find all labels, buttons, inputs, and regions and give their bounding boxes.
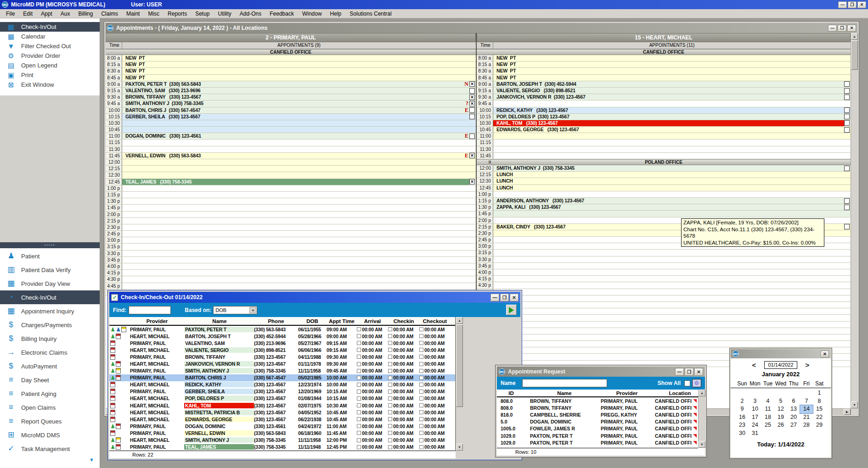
time-checkbox[interactable] <box>419 334 423 338</box>
time-checkbox[interactable] <box>419 327 423 331</box>
time-checkbox[interactable] <box>357 396 361 401</box>
schedule-slot[interactable]: 6:15 p <box>477 328 851 334</box>
checkin-table-row[interactable]: ♟HEART, MICHAELSMITH, ANTHONY J(330) 758… <box>109 437 455 444</box>
close-button[interactable]: ✕ <box>857 1 866 8</box>
schedule-slot[interactable]: 4:15 p <box>477 276 851 282</box>
confirm-checkbox[interactable]: ✕ <box>469 179 475 184</box>
scroll-up-icon[interactable]: ▲ <box>851 33 858 40</box>
confirm-checkbox[interactable] <box>844 81 850 87</box>
sidebar-item-exit-window[interactable]: ⊠Exit Window <box>0 80 100 89</box>
schedule-slot[interactable]: 12:45 pLUNCH <box>477 185 851 191</box>
schedule-slot[interactable]: 10:45 aEDWARDS, GEORGE (330) 123-4567 <box>477 127 851 133</box>
schedule-slot[interactable]: 10:00 aREDICK, KATHY (330) 123-4567 <box>477 107 851 114</box>
request-maximize-button[interactable]: ❐ <box>685 368 693 376</box>
request-table-row[interactable]: 1029.0PAXTON, PETER TPRIMARY, PAULCANFIE… <box>497 432 705 439</box>
schedule-slot[interactable]: 12:00 pSMITH, ANTHONY J (330) 758-3345 <box>477 165 851 172</box>
time-checkbox[interactable] <box>419 369 423 373</box>
checkin-table-row[interactable]: HEART, MICHAELEDWARDS, GEORGE(330) 123-4… <box>109 416 455 423</box>
confirm-checkbox[interactable] <box>469 134 475 139</box>
calendar-day-24[interactable]: 24 <box>749 421 761 429</box>
schedule-slot[interactable]: 1:00 p <box>106 185 476 192</box>
confirm-checkbox[interactable] <box>469 107 475 113</box>
sidebar-item-report-queues[interactable]: ≡Report Queues <box>0 414 100 428</box>
menu-item-file[interactable]: File <box>2 10 19 18</box>
menu-item-add-ons[interactable]: Add-Ons <box>236 10 265 18</box>
schedule-slot[interactable]: 2:45 p <box>106 231 476 237</box>
schedule-slot[interactable]: 2:00 p <box>106 212 476 218</box>
calendar-day-26[interactable]: 26 <box>774 421 787 429</box>
time-checkbox[interactable] <box>419 424 423 428</box>
schedule-slot[interactable]: 1:30 p <box>106 198 476 205</box>
time-checkbox[interactable] <box>357 390 361 394</box>
checkin-minimize-button[interactable]: — <box>490 294 499 301</box>
menu-item-edit[interactable]: Edit <box>19 10 37 18</box>
sidebar-item-patient-aging[interactable]: ≡Patient Aging <box>0 387 100 401</box>
schedule-slot[interactable]: 5:45 p <box>477 315 851 321</box>
time-checkbox[interactable] <box>357 424 361 428</box>
calendar-close-button[interactable]: ✕ <box>821 351 829 357</box>
calendar-day-9[interactable]: 9 <box>736 405 749 413</box>
checkin-table-row[interactable]: PRIMARY, PAULGERBER, SHEILA(330) 123-456… <box>109 388 455 395</box>
schedule-slot[interactable]: 8:30 aNEW PT <box>106 68 476 74</box>
based-on-select[interactable]: DOB ▼ <box>213 306 257 314</box>
sidebar-item-filter-checked-out[interactable]: ▼Filter Checked Out <box>0 41 100 51</box>
sidebar-item-open-claims[interactable]: ≡Open Claims <box>0 401 100 414</box>
time-checkbox[interactable] <box>357 369 361 373</box>
menu-item-appt[interactable]: Appt <box>37 10 56 18</box>
menu-item-billing[interactable]: Billing <box>74 10 97 18</box>
time-checkbox[interactable] <box>419 410 423 414</box>
checkin-maximize-button[interactable]: ❐ <box>500 294 509 301</box>
calendar-day-18[interactable]: 18 <box>761 413 774 422</box>
appointments-minimize-button[interactable]: — <box>828 25 837 32</box>
sidebar-item-print[interactable]: ▣Print <box>0 70 100 80</box>
time-checkbox[interactable] <box>357 376 361 380</box>
checkin-table-row[interactable]: PRIMARY, PAULBROWN, TIFFANY(330) 123-456… <box>109 353 455 360</box>
schedule-slot[interactable]: 2:15 p <box>106 218 476 224</box>
time-checkbox[interactable] <box>357 410 361 414</box>
schedule-slot[interactable]: 9:45 aSMITH, ANTHONY J (330) 758-3345?✕ <box>106 100 476 107</box>
time-checkbox[interactable] <box>357 327 361 331</box>
calendar-day-6[interactable]: 6 <box>787 397 800 406</box>
scroll-right-icon[interactable]: ▶ <box>844 409 851 415</box>
confirm-checkbox[interactable] <box>844 198 850 204</box>
request-table-row[interactable]: 5.0DOGAN, DOMINICPRIMARY, PAULCANFIELD O… <box>497 418 705 425</box>
schedule-slot[interactable]: 11:45 a <box>477 153 851 159</box>
request-table-row[interactable]: 808.0BROWN, TIFFANYPRIMARY, PAULCANFIELD… <box>497 397 705 404</box>
time-checkbox[interactable] <box>388 410 392 414</box>
schedule-slot[interactable]: 11:00 aDOGAN, DOMINIC (330) 123-4561E <box>106 133 476 139</box>
time-checkbox[interactable] <box>388 362 392 366</box>
time-checkbox[interactable] <box>388 383 392 387</box>
request-minimize-button[interactable]: — <box>675 368 684 376</box>
appointments-close-button[interactable]: ✕ <box>847 25 856 32</box>
confirm-checkbox[interactable] <box>844 88 850 94</box>
checkin-table-row[interactable]: ♟♟PRIMARY, PAULPAXTON, PETER T(330) 563-… <box>109 326 455 333</box>
sidebar-item-provider-day-view[interactable]: ▦Provider Day View <box>0 277 100 290</box>
menu-item-help[interactable]: Help <box>326 10 346 18</box>
schedule-slot[interactable]: 10:45 a <box>106 127 476 133</box>
time-checkbox[interactable] <box>419 403 423 407</box>
time-checkbox[interactable] <box>388 341 392 345</box>
sidebar-item-appointment-inquiry[interactable]: ▦Appointment Inquiry <box>0 304 100 318</box>
checkin-table-row[interactable]: HEART, MICHAELPOP, DELORES P(330) 123-45… <box>109 395 455 402</box>
schedule-slot[interactable]: 3:30 p <box>477 256 851 263</box>
checkin-close-button[interactable]: ✕ <box>510 294 519 301</box>
schedule-slot[interactable]: 11:15 a <box>477 139 851 146</box>
time-checkbox[interactable] <box>388 445 392 449</box>
minimize-button[interactable]: — <box>838 1 847 8</box>
time-checkbox[interactable] <box>388 431 392 435</box>
find-input[interactable] <box>129 306 171 314</box>
request-table-row[interactable]: 808.0BROWN, TIFFANYPRIMARY, PAULCANFIELD… <box>497 404 705 411</box>
calendar-day-19[interactable]: 19 <box>774 413 787 422</box>
schedule-slot[interactable]: 8:15 aNEW PT <box>106 61 476 68</box>
schedule-slot[interactable]: 12:30 p <box>106 172 476 178</box>
sidebar-item-day-sheet[interactable]: ≡Day Sheet <box>0 373 100 387</box>
time-checkbox[interactable] <box>388 390 392 394</box>
checkin-table-row[interactable]: ♟PRIMARY, PAULBARTON, CHRIS J(330) 567-4… <box>109 374 455 381</box>
checkin-vertical-scrollbar[interactable]: ▲ ▼ <box>456 317 462 451</box>
confirm-checkbox[interactable] <box>844 95 850 100</box>
schedule-slot[interactable]: 8:00 aNEW PT <box>477 55 851 61</box>
time-checkbox[interactable] <box>419 417 423 421</box>
checkin-table-row[interactable]: PRIMARY, PAULVERNELL, EDWIN(330) 563-584… <box>109 429 455 436</box>
schedule-slot[interactable]: 10:30 a <box>106 120 476 127</box>
calendar-day-20[interactable]: 20 <box>787 413 800 422</box>
